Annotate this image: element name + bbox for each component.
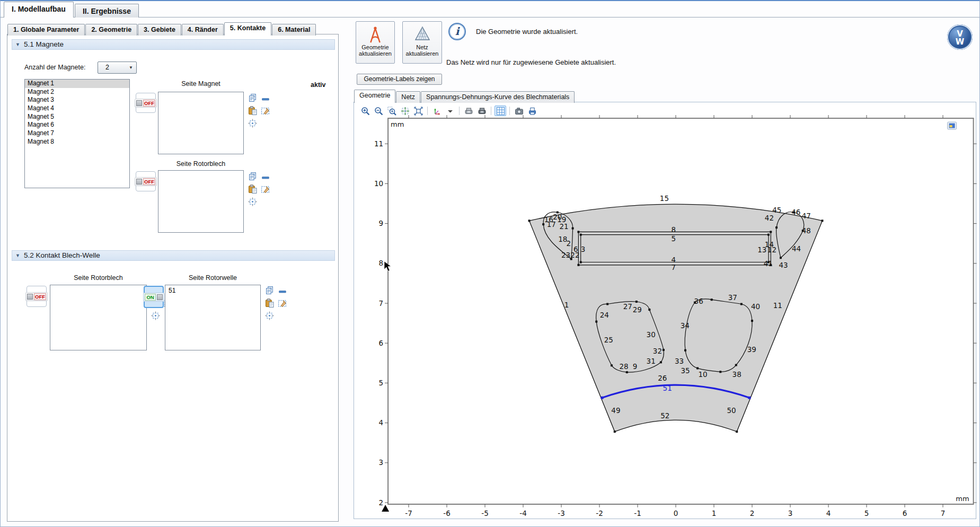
list-item-magnet-6[interactable]: Magnet 6 [25,121,129,129]
zoom-to-selection-icon[interactable] [265,311,274,320]
edge-label-27: 27 [623,302,632,311]
axis-dropdown-icon[interactable] [444,106,456,116]
x-tick-label: -2 [596,509,603,517]
remove-icon[interactable] [261,173,270,182]
toggle-kontakt-rotorblech[interactable]: OFF [27,286,47,307]
main-tab-bar: I. ModellaufbauII. Ergebnisse [4,3,140,17]
edge-label-15: 15 [660,194,669,203]
show-geometry-labels-button[interactable]: Geometrie-Labels zeigen [357,74,442,85]
vertex-point [660,361,662,363]
vertex-point [775,226,778,229]
vertex-point [572,227,574,230]
view-tab-spannungs-dehnungs-kurve-des-blechmaterials[interactable]: Spannungs-Dehnungs-Kurve des Blechmateri… [421,91,575,103]
toggle-box-icon [136,100,142,106]
zoom-to-selection-icon[interactable] [151,311,160,320]
list-item-magnet-5[interactable]: Magnet 5 [25,113,129,121]
main-tab-i-modellaufbau[interactable]: I. Modellaufbau [4,2,74,17]
copy-icon[interactable] [265,286,274,295]
list-item-magnet-2[interactable]: Magnet 2 [25,88,129,96]
copy-icon[interactable] [248,93,257,102]
magnet-count-dropdown[interactable]: 2 ▼ [98,62,137,74]
selection-list-seite-magnet[interactable] [158,92,244,154]
list-item-magnet-7[interactable]: Magnet 7 [25,129,129,138]
edge-label-5: 5 [671,234,676,243]
section-title: 5.1 Magnete [24,40,64,48]
subtab-6-material[interactable]: 6. Material [272,24,316,36]
x-tick-label: 3 [788,509,793,517]
view-tab-bar: GeometrieNetzSpannungs-Dehnungs-Kurve de… [354,90,575,103]
button-label: Geometrie aktualisieren [359,44,392,57]
axis-orientation-icon[interactable] [431,106,443,116]
export-image-icon[interactable] [463,106,474,116]
app-window: I. ModellaufbauII. Ergebnisse 1. Globale… [0,0,980,527]
magnet-listbox[interactable]: Magnet 1Magnet 2Magnet 3Magnet 4Magnet 5… [24,79,130,188]
list-item-magnet-1[interactable]: Magnet 1 [25,80,129,88]
grid-icon[interactable] [495,106,506,116]
print-icon[interactable] [526,106,538,116]
snapshot-icon[interactable] [513,106,525,116]
edge-label-22: 22 [570,251,579,259]
zoom-to-selection-icon[interactable] [248,119,257,128]
edge-label-23: 23 [561,251,570,259]
clear-selection-icon[interactable] [261,184,270,193]
paste-icon[interactable] [265,298,274,308]
toggle-state: OFF [143,178,155,185]
subtab-2-geometrie[interactable]: 2. Geometrie [85,24,137,36]
geometry-plot[interactable]: -7-6-5-4-3-2-101234567234567891011mmmm15… [354,102,977,520]
section-header-kontakt[interactable]: ▼5.2 Kontakt Blech-Welle [12,250,335,261]
y-tick-label: 2 [379,498,384,507]
toggle-box-icon [27,294,33,300]
toggle-kontakt-rotorwelle[interactable]: ON [144,286,164,308]
list-item-magnet-3[interactable]: Magnet 3 [25,96,129,104]
subtab-4-ränder[interactable]: 4. Ränder [182,24,224,36]
zoom-in-icon[interactable] [359,106,371,116]
subtab-1-globale-parameter[interactable]: 1. Globale Parameter [7,24,85,36]
zoom-box-icon[interactable] [386,106,398,116]
toggle-seite-rotorblech[interactable]: OFF [136,171,156,191]
view-tab-netz[interactable]: Netz [396,91,420,103]
panel-title-seite-magnet: Seite Magnet [158,80,244,87]
edge-label-24: 24 [600,311,609,319]
view-tab-geometrie[interactable]: Geometrie [354,90,395,103]
zoom-center-icon[interactable] [399,106,411,116]
export-print-icon[interactable] [476,106,488,116]
vertex-point [635,301,638,303]
vertex-point [595,321,597,323]
x-tick-label: -5 [481,509,488,517]
edge-label-21: 21 [559,222,568,231]
edge-label-17: 17 [547,220,556,229]
edge-label-43: 43 [779,261,788,269]
update-mesh-button[interactable]: Netz aktualisieren [402,21,442,64]
main-tab-ii-ergebnisse[interactable]: II. Ergebnisse [75,4,139,17]
vertex-point [735,364,737,366]
clear-selection-icon[interactable] [261,106,270,115]
zoom-out-icon[interactable] [373,106,384,116]
edge-label-33: 33 [675,357,684,365]
selection-list-seite-rotorblech[interactable] [158,170,244,233]
clear-selection-icon[interactable] [278,298,287,307]
vertex-point [577,231,579,233]
selection-list-kontakt-rotorwelle[interactable]: 51 [165,285,261,350]
vertex-point [767,234,770,236]
toggle-seite-magnet[interactable]: OFF [136,93,156,113]
zoom-extents-icon[interactable] [412,106,424,116]
axis-unit-top-left: mm [391,120,404,128]
list-item-magnet-8[interactable]: Magnet 8 [25,138,129,146]
remove-icon[interactable] [261,95,270,104]
vertex-point [580,234,582,236]
zoom-to-selection-icon[interactable] [248,197,257,206]
subtab-5-kontakte[interactable]: 5. Kontakte [224,22,271,36]
toolbar-separator [509,107,510,115]
selection-list-kontakt-rotorblech[interactable] [50,285,147,350]
edge-label-11: 11 [773,301,782,310]
paste-icon[interactable] [248,106,257,115]
paste-icon[interactable] [248,185,257,194]
update-geometry-button[interactable]: Geometrie aktualisieren [356,21,395,64]
section-header-magnete[interactable]: ▼5.1 Magnete [12,39,335,50]
copy-icon[interactable] [248,172,257,181]
vertex-point [684,349,686,352]
edge-label-28: 28 [619,362,628,371]
remove-icon[interactable] [278,287,287,296]
subtab-3-gebiete[interactable]: 3. Gebiete [138,24,181,36]
list-item-magnet-4[interactable]: Magnet 4 [25,104,129,113]
